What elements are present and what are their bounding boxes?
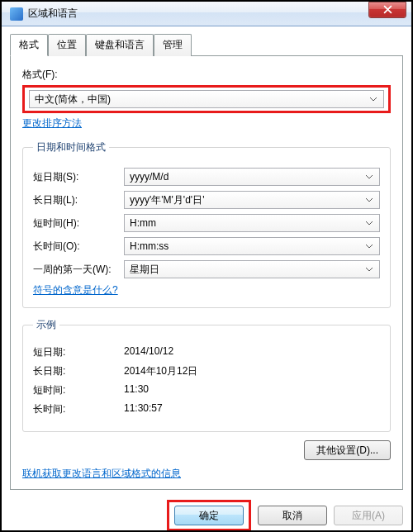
- cancel-button[interactable]: 取消: [258, 506, 327, 525]
- format-highlight: 中文(简体，中国): [22, 85, 391, 113]
- ok-highlight: 确定: [167, 500, 251, 531]
- first-day-label: 一周的第一天(W):: [33, 263, 124, 277]
- chevron-down-icon: [363, 221, 376, 226]
- ok-button[interactable]: 确定: [174, 506, 244, 525]
- symbol-meaning-link[interactable]: 符号的含意是什么?: [33, 284, 118, 296]
- chevron-down-icon: [363, 245, 376, 249]
- close-icon: [383, 5, 392, 14]
- window-icon: [10, 7, 23, 21]
- ex-long-time-value: 11:30:57: [124, 402, 163, 416]
- tab-keyboard-lang[interactable]: 键盘和语言: [86, 34, 154, 56]
- short-time-value: H:mm: [130, 217, 156, 229]
- chevron-down-icon: [367, 97, 380, 102]
- example-legend: 示例: [33, 318, 59, 332]
- datetime-legend: 日期和时间格式: [33, 140, 109, 154]
- example-group: 示例 短日期: 2014/10/12 长日期: 2014年10月12日 短时间:…: [22, 318, 391, 432]
- tab-admin[interactable]: 管理: [154, 34, 192, 56]
- long-date-dropdown[interactable]: yyyy'年'M'月'd'日': [124, 191, 380, 209]
- long-date-label: 长日期(L):: [33, 193, 124, 207]
- chevron-down-icon: [363, 268, 376, 272]
- other-settings-button[interactable]: 其他设置(D)...: [304, 440, 391, 460]
- format-label: 格式(F):: [22, 68, 391, 82]
- dialog-button-row: 确定 取消 应用(A): [10, 500, 403, 531]
- short-time-label: 短时间(H):: [33, 216, 124, 230]
- online-info-link[interactable]: 联机获取更改语言和区域格式的信息: [22, 468, 181, 479]
- long-time-label: 长时间(O):: [33, 240, 124, 254]
- short-time-dropdown[interactable]: H:mm: [124, 214, 380, 232]
- tab-format[interactable]: 格式: [10, 34, 48, 56]
- chevron-down-icon: [363, 198, 376, 202]
- first-day-dropdown[interactable]: 星期日: [124, 260, 380, 278]
- tabstrip: 格式 位置 键盘和语言 管理: [10, 33, 403, 55]
- datetime-group: 日期和时间格式 短日期(S): yyyy/M/d 长日期(L): yyyy'年'…: [22, 140, 391, 308]
- format-dropdown[interactable]: 中文(简体，中国): [29, 90, 384, 108]
- ex-short-date-label: 短日期:: [33, 345, 124, 359]
- ex-short-time-label: 短时间:: [33, 383, 124, 397]
- tab-panel-format: 格式(F): 中文(简体，中国) 更改排序方法 日期和时间格式 短日期(S): …: [10, 55, 403, 490]
- ex-short-time-value: 11:30: [124, 383, 149, 397]
- apply-button: 应用(A): [334, 506, 403, 525]
- short-date-value: yyyy/M/d: [130, 171, 169, 183]
- first-day-value: 星期日: [130, 263, 159, 277]
- sort-method-link[interactable]: 更改排序方法: [22, 117, 82, 129]
- long-time-dropdown[interactable]: H:mm:ss: [124, 237, 380, 255]
- ex-long-date-value: 2014年10月12日: [124, 364, 197, 378]
- format-dropdown-value: 中文(简体，中国): [35, 93, 111, 107]
- long-time-value: H:mm:ss: [130, 240, 169, 252]
- ex-long-time-label: 长时间:: [33, 402, 124, 416]
- close-button[interactable]: [368, 2, 406, 18]
- ex-long-date-label: 长日期:: [33, 364, 124, 378]
- short-date-dropdown[interactable]: yyyy/M/d: [124, 168, 380, 186]
- chevron-down-icon: [363, 175, 376, 179]
- ex-short-date-value: 2014/10/12: [124, 345, 173, 359]
- long-date-value: yyyy'年'M'月'd'日': [130, 193, 204, 207]
- tab-location[interactable]: 位置: [48, 34, 86, 56]
- dialog-body: 格式 位置 键盘和语言 管理 格式(F): 中文(简体，中国) 更改排序方法 日…: [2, 26, 411, 530]
- window-title: 区域和语言: [28, 7, 78, 21]
- short-date-label: 短日期(S):: [33, 170, 124, 184]
- titlebar: 区域和语言: [2, 2, 411, 26]
